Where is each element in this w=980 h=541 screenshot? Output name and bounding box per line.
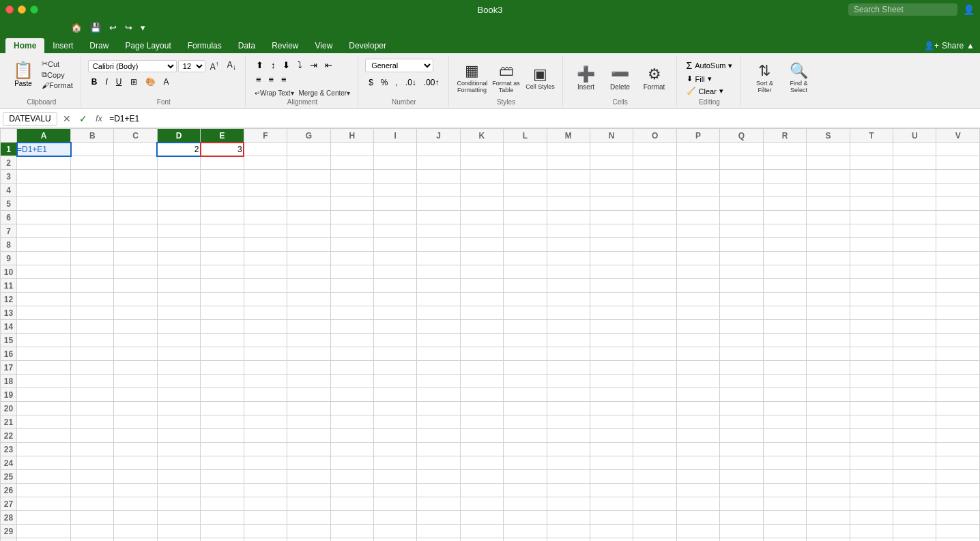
cell-F2[interactable] (244, 156, 287, 170)
save-qa-button[interactable]: 💾 (87, 21, 104, 34)
cell-O30[interactable] (633, 538, 676, 542)
cell-B18[interactable] (71, 375, 114, 388)
cell-E27[interactable] (201, 497, 244, 511)
cell-R23[interactable] (763, 443, 806, 456)
cell-H12[interactable] (330, 293, 373, 306)
cell-G1[interactable] (287, 143, 330, 156)
cell-O24[interactable] (633, 456, 676, 470)
cell-S6[interactable] (807, 211, 850, 224)
font-size-select[interactable]: 12 (178, 60, 205, 72)
tab-page-layout[interactable]: Page Layout (117, 38, 179, 53)
cell-O5[interactable] (633, 197, 676, 211)
cell-Q25[interactable] (720, 470, 763, 484)
cell-D15[interactable] (157, 334, 200, 347)
cell-G9[interactable] (287, 252, 330, 265)
align-bottom-button[interactable]: ⬇ (279, 59, 293, 72)
cell-H16[interactable] (330, 347, 373, 361)
cell-M29[interactable] (547, 525, 590, 538)
cell-J24[interactable] (417, 456, 460, 470)
cell-R1[interactable] (763, 143, 806, 156)
cell-L7[interactable] (504, 224, 547, 238)
cell-R7[interactable] (763, 224, 806, 238)
cell-A9[interactable] (17, 252, 71, 265)
cell-Q16[interactable] (720, 347, 763, 361)
cell-T27[interactable] (850, 497, 893, 511)
cell-G12[interactable] (287, 293, 330, 306)
cell-C4[interactable] (114, 184, 157, 197)
cell-S11[interactable] (807, 279, 850, 293)
col-header-I[interactable]: I (374, 129, 417, 143)
cell-V9[interactable] (936, 252, 980, 265)
cell-J9[interactable] (417, 252, 460, 265)
cell-R8[interactable] (763, 238, 806, 252)
cell-R2[interactable] (763, 156, 806, 170)
cell-D17[interactable] (157, 361, 200, 375)
cell-I18[interactable] (374, 375, 417, 388)
cell-T13[interactable] (850, 306, 893, 320)
cell-K8[interactable] (460, 238, 503, 252)
cell-D20[interactable] (157, 402, 200, 415)
cell-J20[interactable] (417, 402, 460, 415)
cell-I20[interactable] (374, 402, 417, 415)
cell-Q13[interactable] (720, 306, 763, 320)
cell-L8[interactable] (504, 238, 547, 252)
cell-O4[interactable] (633, 184, 676, 197)
cell-C14[interactable] (114, 320, 157, 334)
cell-A17[interactable] (17, 361, 71, 375)
cell-M12[interactable] (547, 293, 590, 306)
cell-P21[interactable] (676, 415, 719, 429)
cell-H25[interactable] (330, 470, 373, 484)
cell-H13[interactable] (330, 306, 373, 320)
row-header-25[interactable]: 25 (1, 470, 17, 484)
cell-L23[interactable] (504, 443, 547, 456)
row-header-19[interactable]: 19 (1, 388, 17, 402)
cell-L30[interactable] (504, 538, 547, 542)
cell-F18[interactable] (244, 375, 287, 388)
cell-M13[interactable] (547, 306, 590, 320)
col-header-S[interactable]: S (807, 129, 850, 143)
cell-T28[interactable] (850, 511, 893, 525)
col-header-K[interactable]: K (460, 129, 503, 143)
cell-H23[interactable] (330, 443, 373, 456)
cell-Q18[interactable] (720, 375, 763, 388)
cell-H20[interactable] (330, 402, 373, 415)
cell-D7[interactable] (157, 224, 200, 238)
row-header-3[interactable]: 3 (1, 170, 17, 184)
cell-A26[interactable] (17, 484, 71, 497)
row-header-17[interactable]: 17 (1, 361, 17, 375)
cell-N7[interactable] (590, 224, 633, 238)
cell-S4[interactable] (807, 184, 850, 197)
cell-S1[interactable] (807, 143, 850, 156)
cell-P20[interactable] (676, 402, 719, 415)
cell-T15[interactable] (850, 334, 893, 347)
cell-B16[interactable] (71, 347, 114, 361)
cell-I2[interactable] (374, 156, 417, 170)
cell-M15[interactable] (547, 334, 590, 347)
cell-I11[interactable] (374, 279, 417, 293)
cell-K30[interactable] (460, 538, 503, 542)
cell-C12[interactable] (114, 293, 157, 306)
cell-K1[interactable] (460, 143, 503, 156)
cell-F14[interactable] (244, 320, 287, 334)
cell-E11[interactable] (201, 279, 244, 293)
row-header-27[interactable]: 27 (1, 497, 17, 511)
col-header-P[interactable]: P (676, 129, 719, 143)
cell-J25[interactable] (417, 470, 460, 484)
cell-J16[interactable] (417, 347, 460, 361)
row-header-18[interactable]: 18 (1, 375, 17, 388)
cell-S18[interactable] (807, 375, 850, 388)
cell-V25[interactable] (936, 470, 980, 484)
cell-Q26[interactable] (720, 484, 763, 497)
cell-P9[interactable] (676, 252, 719, 265)
cell-H29[interactable] (330, 525, 373, 538)
indent-less-button[interactable]: ⇤ (321, 59, 336, 72)
cell-O19[interactable] (633, 388, 676, 402)
cell-U15[interactable] (893, 334, 936, 347)
formula-confirm-button[interactable]: ✓ (76, 113, 90, 124)
col-header-O[interactable]: O (633, 129, 676, 143)
cell-G10[interactable] (287, 265, 330, 279)
cell-H1[interactable] (330, 143, 373, 156)
cell-L9[interactable] (504, 252, 547, 265)
cell-D11[interactable] (157, 279, 200, 293)
cell-E23[interactable] (201, 443, 244, 456)
